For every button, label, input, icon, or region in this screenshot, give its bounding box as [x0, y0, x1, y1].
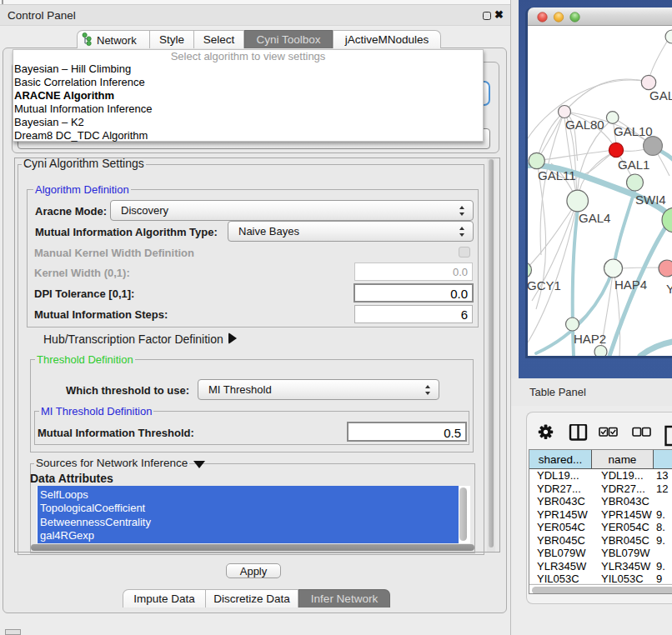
svg-text:GAL11: GAL11 [538, 168, 576, 182]
svg-text:GAL1: GAL1 [618, 158, 649, 172]
svg-text:HAP2: HAP2 [574, 332, 606, 346]
svg-text:HAP4: HAP4 [614, 278, 647, 292]
svg-text:GAL4: GAL4 [579, 211, 610, 225]
svg-text:Y: Y [666, 282, 672, 296]
svg-text:SWI4: SWI4 [635, 192, 666, 207]
svg-text:GAL: GAL [649, 88, 672, 102]
svg-text:GAL10: GAL10 [614, 124, 653, 138]
svg-text:GCY1: GCY1 [528, 278, 561, 292]
svg-text:GAL80: GAL80 [565, 118, 604, 132]
